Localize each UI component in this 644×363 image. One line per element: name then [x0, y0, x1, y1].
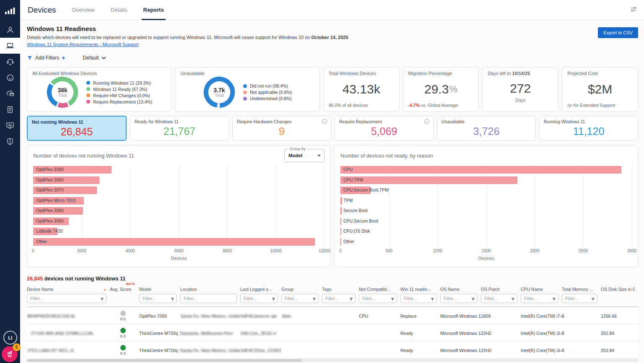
filter-funnel-icon[interactable]	[312, 296, 317, 303]
export-csv-button[interactable]: Export to CSV	[598, 27, 638, 38]
bar-row: CPU,Secure Boot,TPM	[340, 185, 632, 196]
sidebar-item-monitoring[interactable]	[0, 117, 20, 133]
column-header-5[interactable]: Group	[281, 287, 322, 303]
bar[interactable]	[340, 218, 341, 225]
sidebar-item-support[interactable]	[0, 54, 20, 70]
horizontal-scrollbar[interactable]	[27, 359, 638, 362]
filter-funnel-icon[interactable]	[511, 296, 515, 303]
tab-details[interactable]: Details	[109, 0, 129, 20]
device-name-cell: IBFRPW25VRUC10C4L	[27, 314, 110, 319]
tune-settings-icon[interactable]	[630, 5, 637, 15]
filter-funnel-icon[interactable]	[552, 296, 556, 303]
bar-row: CPU,TPM	[340, 175, 632, 186]
devices-table: Device Name▲BETAAvg. ScoreModelLocationL…	[27, 287, 638, 362]
sidebar-item-users[interactable]	[0, 22, 20, 38]
x-axis-label: Devices	[33, 256, 325, 261]
filter-preset-dropdown[interactable]: Default	[83, 55, 106, 61]
user-avatar[interactable]: LI	[3, 331, 17, 345]
info-icon[interactable]: i	[322, 119, 327, 124]
legend-item: Windows 11 Ready (57.3%)	[86, 87, 152, 92]
scrollbar-thumb[interactable]	[27, 359, 302, 362]
sidebar-item-logo	[0, 0, 20, 22]
card-title: Unavailable	[180, 71, 314, 76]
status-card-2[interactable]: Require Hardware Changes9i	[232, 116, 331, 141]
sidebar-item-devices[interactable]	[0, 38, 20, 54]
column-header-1[interactable]: BETAAvg. Score	[110, 287, 139, 303]
avg-score-cell: 9.6	[110, 307, 139, 324]
notification-badge[interactable]: 5	[13, 343, 21, 351]
donut-total: 38k	[57, 87, 67, 93]
bar-row: Secure Boot	[340, 206, 632, 216]
bar[interactable]	[340, 166, 621, 174]
add-filters-button[interactable]: Add Filters +	[27, 54, 65, 61]
status-card-5[interactable]: Running Windows 1111,120	[539, 116, 638, 141]
bar[interactable]	[340, 176, 517, 184]
sidebar-item-security[interactable]	[0, 133, 20, 149]
bar[interactable]	[340, 238, 341, 246]
ms-support-link[interactable]: Windows 11 System Requirements - Microso…	[27, 42, 138, 47]
dropdown-arrow-icon	[317, 155, 321, 157]
x-axis-label: Devices	[340, 256, 632, 261]
bar[interactable]	[340, 207, 342, 215]
bar-label: TPM	[343, 198, 353, 203]
bar[interactable]	[340, 228, 341, 235]
column-filter-input[interactable]	[27, 294, 106, 303]
group-by-select[interactable]: Group By Model	[284, 149, 325, 162]
status-card-1[interactable]: Ready for Windows 1121,767	[130, 116, 229, 141]
os-name-cell: Microsoft Windows 1	[440, 331, 481, 336]
filter-funnel-icon[interactable]	[390, 296, 395, 303]
column-header-6[interactable]: Tags	[322, 287, 359, 303]
column-header-0[interactable]: Device Name▲	[27, 287, 110, 303]
filter-funnel-icon[interactable]	[349, 296, 353, 303]
table-row-0[interactable]: IBFRPW25VRUC10C4L9.6OptiPlex 7050Santa F…	[27, 307, 638, 324]
column-header-3[interactable]: Location	[180, 287, 240, 303]
column-filter-input[interactable]	[180, 294, 237, 303]
table-row-1[interactable]: 2T10D-BRI-ASE-SYMN.LLCAL9.3ThinkCentre M…	[27, 324, 638, 342]
main-panel: Devices OverviewDetailsReports Windows 1…	[20, 0, 644, 363]
bar-row: CPU	[340, 165, 632, 175]
column-header-13[interactable]: OS Disk Size in GB	[601, 287, 638, 303]
filter-funnel-icon[interactable]	[271, 296, 276, 303]
column-header-12[interactable]: Total Memory ...	[562, 287, 601, 303]
status-card-3[interactable]: Require Replacement5,069i	[335, 116, 434, 141]
device-name-cell: JTD1-LA8S.RT WCL.JL	[27, 348, 110, 353]
filter-funnel-icon[interactable]	[591, 296, 595, 303]
last-logged-cell: S4F4Cameron aje	[240, 314, 281, 319]
sidebar-item-sentiment[interactable]	[0, 70, 20, 86]
column-header-9[interactable]: OS Name	[440, 287, 481, 303]
filter-funnel-icon[interactable]	[471, 296, 475, 303]
days-left-card: Days left to 10/14/25 272 Days	[482, 67, 558, 111]
tab-reports[interactable]: Reports	[142, 0, 166, 20]
sort-asc-icon[interactable]: ▲	[103, 288, 106, 291]
status-card-4[interactable]: Unavailable3,726	[437, 116, 536, 141]
donut-total-label: Total	[215, 93, 223, 98]
bar-chart-models: OptiPlex 3080OptiPlex 3000OptiPlex 3070O…	[33, 165, 325, 261]
filter-funnel-icon[interactable]	[170, 296, 175, 303]
filter-funnel-icon[interactable]	[100, 296, 104, 303]
column-header-10[interactable]: OS Patch	[481, 287, 521, 303]
beta-badge: BETA	[126, 282, 135, 286]
column-header-4[interactable]: Last Logged o...	[240, 287, 281, 303]
bar[interactable]	[33, 238, 315, 246]
column-header-2[interactable]: Model	[139, 287, 180, 303]
tab-overview[interactable]: Overview	[70, 0, 96, 20]
bar-label: CPU,TPM	[343, 177, 363, 182]
column-header-8[interactable]: Win 11 readin...	[400, 287, 440, 303]
model-cell: OptiPlex 7050	[139, 314, 180, 319]
score-dot	[120, 311, 126, 316]
status-card-0[interactable]: Not running Windows 1126,845	[27, 116, 127, 141]
legend-item: Undetermined (0.8%)	[243, 96, 292, 101]
bar[interactable]	[340, 197, 342, 205]
sidebar-item-cloud-apps[interactable]	[0, 86, 20, 101]
column-header-7[interactable]: Not Compatibl...	[359, 287, 400, 303]
sidebar-item-reports[interactable]	[0, 101, 20, 117]
table-row-2[interactable]: JTD1-LA8S.RT WCL.JL9.3ThinkCentre M720q …	[27, 342, 638, 359]
devices-by-reason-chart-card: Number of devices not ready, by reason C…	[334, 145, 638, 267]
column-header-11[interactable]: CPU Name	[521, 287, 562, 303]
filter-funnel-icon[interactable]	[430, 296, 435, 303]
bar-label: Secure Boot	[343, 208, 368, 213]
summary-card-row: All Evaluated Windows Devices 38kTotal R…	[27, 67, 638, 111]
info-icon[interactable]: i	[424, 119, 429, 124]
bar-chart-reasons: CPUCPU,TPMCPU,Secure Boot,TPMTPMSecure B…	[340, 165, 632, 261]
donut-total: 3.7k	[213, 87, 225, 93]
